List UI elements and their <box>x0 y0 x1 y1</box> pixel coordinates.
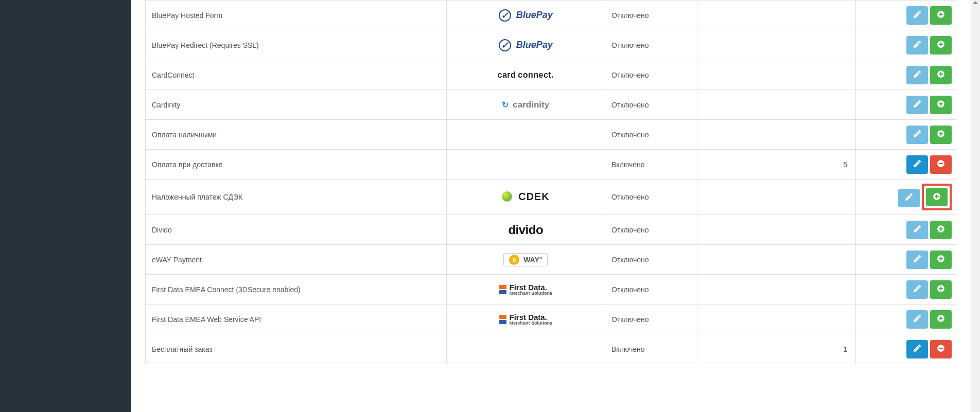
install-button[interactable] <box>930 250 952 269</box>
payment-sort-cell: 1 <box>697 334 856 364</box>
payment-sort-cell: 5 <box>697 150 856 180</box>
install-button[interactable] <box>930 310 952 329</box>
table-row: Оплата наличнымиОтключено <box>146 120 956 150</box>
plus-circle-icon <box>937 100 944 109</box>
payment-name-cell: Оплата наличными <box>146 120 447 150</box>
payment-sort-cell <box>697 215 856 245</box>
vertical-scrollbar[interactable] <box>971 0 980 412</box>
payment-name-cell: Бесплатный заказ <box>146 334 447 364</box>
logo-text: cardinity <box>513 100 549 110</box>
logo-cardconnect: cardconnect. <box>497 70 554 80</box>
logo-text: CDEK <box>518 191 550 203</box>
payment-name-cell: First Data EMEA Web Service API <box>146 304 447 334</box>
uninstall-button[interactable] <box>930 340 952 359</box>
table-row: BluePay Hosted Form✓BluePayОтключено <box>146 1 956 30</box>
pencil-icon <box>914 11 921 20</box>
payment-sort-cell <box>697 275 856 304</box>
payment-actions-cell <box>856 215 956 245</box>
payment-name-cell: eWAY Payment <box>146 245 447 275</box>
plus-circle-icon <box>937 41 944 49</box>
install-button[interactable] <box>930 36 952 55</box>
payment-logo-cell: ✓BluePay <box>446 30 605 60</box>
payment-sort-cell <box>697 120 856 150</box>
edit-button[interactable] <box>906 221 928 239</box>
logo-eway: eWAY° <box>503 253 548 266</box>
table-row: CardConnectcardconnect.Отключено <box>146 60 956 90</box>
payment-logo-cell: eWAY° <box>446 245 605 275</box>
payment-name-cell: Divido <box>146 215 447 245</box>
payment-sort-cell <box>697 30 856 60</box>
highlighted-install <box>922 184 952 210</box>
payment-actions-cell <box>856 304 956 334</box>
sidebar <box>0 0 131 412</box>
edit-button[interactable] <box>906 6 928 25</box>
edit-button[interactable] <box>906 340 928 359</box>
table-row: Оплата при доставкеВключено5 <box>146 150 956 180</box>
minus-circle-icon <box>937 345 944 353</box>
plus-circle-icon <box>937 255 944 264</box>
edit-button[interactable] <box>906 36 928 55</box>
payment-actions-cell <box>856 30 956 60</box>
edit-button[interactable] <box>898 189 920 207</box>
scroll-up-arrow-icon[interactable] <box>973 1 978 4</box>
uninstall-button[interactable] <box>930 155 952 174</box>
install-button[interactable] <box>930 126 952 144</box>
payment-actions-cell <box>856 245 956 275</box>
payment-actions-cell <box>856 1 956 30</box>
logo-text: BluePay <box>516 40 553 50</box>
install-button[interactable] <box>930 6 952 25</box>
edit-button[interactable] <box>906 310 928 329</box>
payment-logo-cell: First Data.Merchant Solutions <box>446 304 605 334</box>
logo-cardinity: ↻cardinity <box>502 100 549 110</box>
pencil-icon <box>914 130 921 139</box>
payment-sort-cell <box>697 304 856 334</box>
install-button[interactable] <box>930 96 952 114</box>
plus-circle-icon <box>937 130 944 139</box>
payment-sort-cell <box>697 245 856 275</box>
logo-bluepay: ✓BluePay <box>499 9 553 22</box>
install-button[interactable] <box>930 221 952 239</box>
logo-firstdata: First Data.Merchant Solutions <box>499 283 553 296</box>
edit-button[interactable] <box>906 96 928 114</box>
pencil-icon <box>914 315 921 324</box>
payment-name-cell: BluePay Hosted Form <box>146 1 447 30</box>
plus-circle-icon <box>937 225 944 234</box>
payment-sort-cell <box>697 1 856 30</box>
logo-divido: divido <box>508 223 543 237</box>
install-button[interactable] <box>930 280 952 299</box>
pencil-icon <box>914 345 921 353</box>
install-button[interactable] <box>926 188 948 206</box>
edit-button[interactable] <box>906 66 928 84</box>
table-row: First Data EMEA Web Service APIFirst Dat… <box>146 304 956 334</box>
logo-text: card <box>497 70 516 80</box>
logo-text: WAY° <box>523 256 542 264</box>
payment-actions-cell <box>856 120 956 150</box>
payment-actions-cell <box>856 180 956 215</box>
logo-text: connect. <box>518 70 554 80</box>
payment-logo-cell: divido <box>446 215 605 245</box>
table-row: Наложенный платеж СДЭКCDEKОтключено <box>146 180 956 215</box>
payment-name-cell: BluePay Redirect (Requires SSL) <box>146 30 447 60</box>
payment-status-cell: Отключено <box>605 1 697 30</box>
table-row: BluePay Redirect (Requires SSL)✓BluePayО… <box>146 30 956 60</box>
logo-firstdata: First Data.Merchant Solutions <box>499 313 553 326</box>
payment-status-cell: Отключено <box>605 215 697 245</box>
pencil-icon <box>914 225 921 234</box>
payment-sort-cell <box>697 60 856 90</box>
payment-logo-cell: ✓BluePay <box>446 1 605 30</box>
payment-actions-cell <box>856 275 956 304</box>
install-button[interactable] <box>930 66 952 84</box>
edit-button[interactable] <box>906 250 928 269</box>
payment-actions-cell <box>856 334 956 364</box>
edit-button[interactable] <box>906 155 928 174</box>
pencil-icon <box>914 285 921 294</box>
edit-button[interactable] <box>906 126 928 144</box>
table-row: Бесплатный заказВключено1 <box>146 334 956 364</box>
pencil-icon <box>914 160 921 169</box>
edit-button[interactable] <box>906 280 928 299</box>
payment-status-cell: Отключено <box>605 30 697 60</box>
table-row: First Data EMEA Connect (3DSecure enable… <box>146 275 956 304</box>
logo-bluepay: ✓BluePay <box>499 39 553 51</box>
payment-actions-cell <box>856 60 956 90</box>
logo-text: Merchant Solutions <box>510 321 553 326</box>
